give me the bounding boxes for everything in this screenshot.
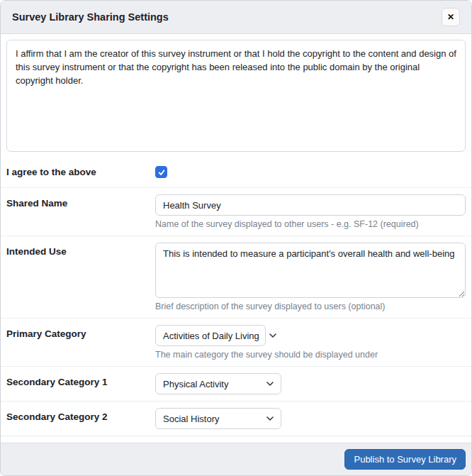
shared-name-row: Shared Name Name of the survey displayed… [1, 188, 471, 236]
secondary-category-1-select[interactable]: Physical Activity [155, 373, 281, 394]
affirmation-section: I affirm that I am the creator of this s… [1, 34, 471, 152]
intended-use-label: Intended Use [6, 243, 155, 257]
secondary-category-2-value: Social History [163, 414, 219, 424]
shared-name-input[interactable] [155, 194, 466, 216]
checkmark-icon [157, 168, 166, 177]
affirmation-text-box: I affirm that I am the creator of this s… [6, 40, 466, 152]
agree-row: I agree to the above [1, 152, 471, 188]
chevron-down-icon [269, 333, 276, 338]
secondary-category-2-row: Secondary Category 2 Social History [1, 402, 471, 436]
chevron-down-icon [266, 416, 274, 421]
secondary-category-1-label: Secondary Category 1 [6, 373, 155, 387]
survey-library-sharing-modal: Survey Library Sharing Settings ✕ I affi… [0, 0, 472, 476]
primary-category-row: Primary Category Activities of Daily Liv… [1, 319, 471, 367]
primary-category-value: Activities of Daily Living [163, 331, 259, 341]
agree-checkbox[interactable] [155, 166, 167, 178]
primary-category-label: Primary Category [6, 325, 155, 339]
secondary-category-1-row: Secondary Category 1 Physical Activity [1, 367, 471, 402]
intended-use-help: Brief description of the survey displaye… [155, 301, 466, 311]
secondary-category-2-select[interactable]: Social History [155, 408, 281, 429]
shared-name-help: Name of the survey displayed to other us… [155, 219, 466, 229]
modal-footer: Publish to Survey Library [1, 443, 471, 475]
secondary-category-1-value: Physical Activity [163, 379, 228, 389]
modal-body: I affirm that I am the creator of this s… [1, 34, 471, 443]
chevron-down-icon [266, 382, 274, 386]
primary-category-help: The main category the survey should be d… [155, 350, 466, 360]
close-button[interactable]: ✕ [442, 8, 460, 26]
primary-category-select[interactable]: Activities of Daily Living [155, 325, 266, 346]
shared-name-label: Shared Name [6, 194, 155, 209]
modal-header: Survey Library Sharing Settings ✕ [1, 1, 471, 34]
close-icon: ✕ [447, 13, 454, 21]
intended-use-row: Intended Use This is intended to measure… [1, 236, 471, 319]
intended-use-textarea[interactable]: This is intended to measure a participan… [155, 243, 466, 298]
publish-to-survey-library-button[interactable]: Publish to Survey Library [344, 449, 466, 470]
modal-title: Survey Library Sharing Settings [12, 11, 169, 23]
secondary-category-2-label: Secondary Category 2 [6, 408, 155, 422]
version-row: Version 0 Jan 12, 2026 4:15:57 PM mmmmmm… [1, 436, 471, 443]
agree-label: I agree to the above [6, 166, 155, 177]
